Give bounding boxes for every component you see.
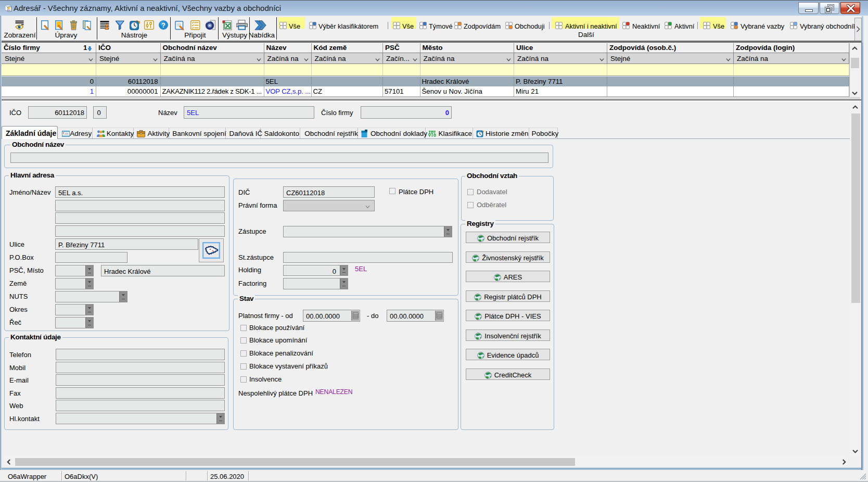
svg-text:?: ? [161,21,165,29]
